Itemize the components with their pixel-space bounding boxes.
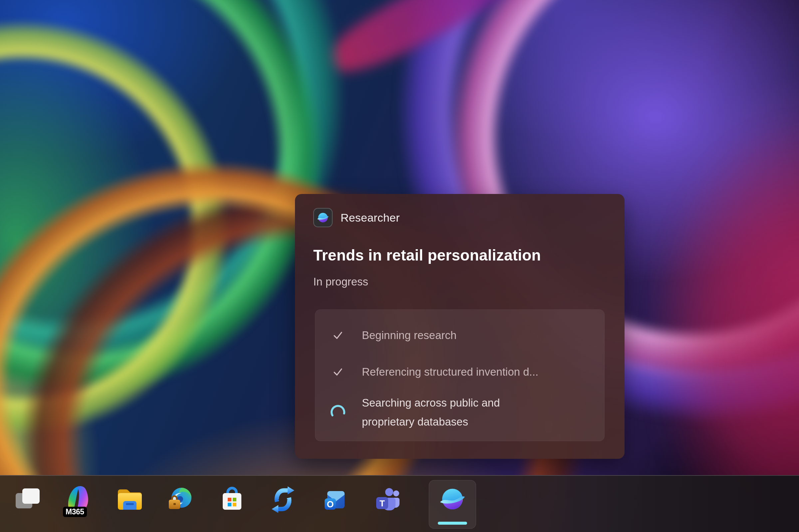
outlook-button[interactable]: O (319, 484, 351, 516)
check-icon (329, 365, 347, 379)
outlook-icon: O (319, 484, 351, 516)
edge-business-button[interactable] (165, 484, 197, 516)
power-automate-icon (267, 484, 299, 516)
researcher-app-tile (313, 208, 333, 227)
step-label: Referencing structured invention d... (362, 366, 538, 378)
step-label: Beginning research (362, 329, 457, 342)
edge-business-icon (165, 484, 197, 516)
spinner-icon (329, 404, 347, 420)
step-label: Searching across public and proprietary … (362, 393, 548, 431)
task-view-button[interactable] (12, 484, 43, 516)
teams-letter: T (379, 498, 385, 508)
task-view-icon (12, 484, 43, 516)
step-row: Referencing structured invention d... (329, 363, 596, 381)
researcher-taskbar-button[interactable] (429, 480, 476, 529)
file-explorer-icon (114, 484, 146, 516)
task-title: Trends in retail personalization (313, 246, 541, 264)
researcher-progress-card[interactable]: Researcher Trends in retail personalizat… (295, 194, 625, 459)
outlook-letter: O (327, 499, 334, 509)
desktop: Researcher Trends in retail personalizat… (0, 0, 799, 532)
teams-icon: T (370, 484, 402, 516)
researcher-icon (436, 483, 468, 515)
steps-panel: Beginning research Referencing structure… (315, 309, 605, 441)
check-icon (329, 329, 347, 342)
researcher-icon (316, 210, 330, 225)
task-status: In progress (313, 276, 368, 288)
microsoft-store-button[interactable] (216, 484, 248, 516)
teams-button[interactable]: T (370, 484, 402, 516)
microsoft-store-icon (216, 484, 248, 516)
step-row: Searching across public and proprietary … (329, 393, 596, 432)
card-header: Researcher (313, 208, 400, 227)
app-name: Researcher (340, 211, 400, 224)
step-row: Beginning research (329, 327, 596, 344)
power-automate-button[interactable] (267, 484, 299, 516)
m365-copilot-button[interactable]: M365 (63, 484, 95, 516)
taskbar: M365 (0, 475, 799, 532)
active-app-indicator (438, 522, 467, 525)
m365-badge: M365 (63, 507, 87, 517)
file-explorer-button[interactable] (114, 484, 146, 516)
